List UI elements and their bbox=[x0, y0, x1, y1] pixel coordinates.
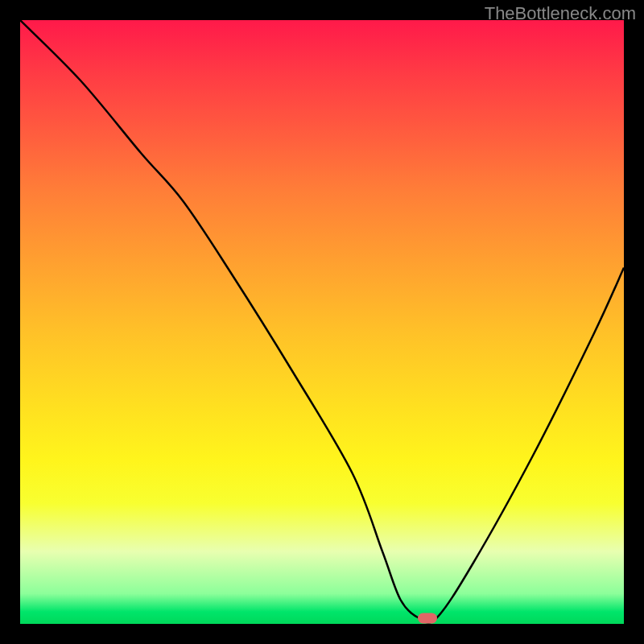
plot-area bbox=[20, 20, 624, 624]
optimal-marker bbox=[418, 613, 437, 623]
watermark-text: TheBottleneck.com bbox=[485, 3, 636, 24]
chart-container: TheBottleneck.com bbox=[0, 0, 644, 644]
bottleneck-curve bbox=[20, 20, 624, 624]
